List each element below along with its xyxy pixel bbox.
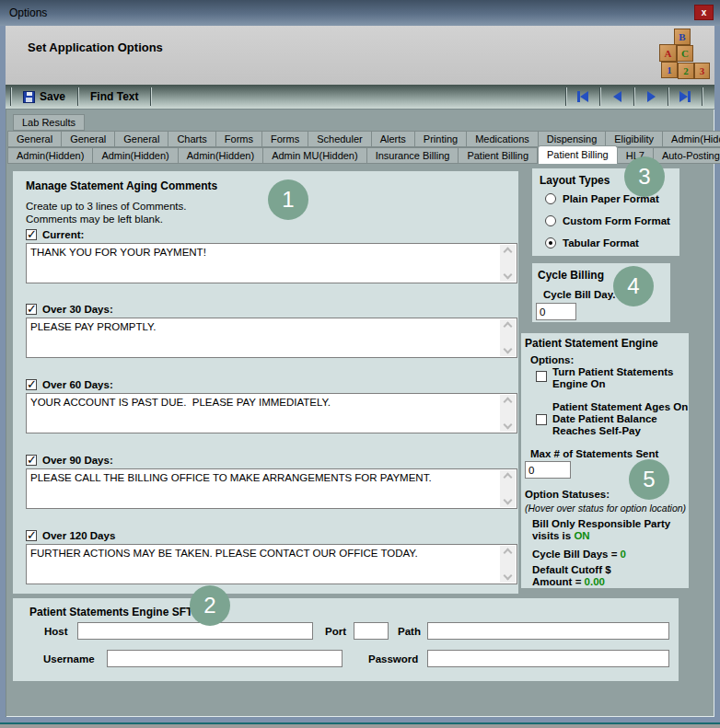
status-cycle-bill-days: Cycle Bill Days = 0 xyxy=(532,549,687,560)
host-input[interactable] xyxy=(77,622,313,640)
tab-admin-hidden-r2[interactable]: Admin(Hidden) xyxy=(663,131,720,147)
close-icon: x xyxy=(702,7,707,17)
tab-forms-1[interactable]: Forms xyxy=(216,131,262,147)
tab-admin-hidden-2[interactable]: Admin(Hidden) xyxy=(93,147,178,164)
username-input[interactable] xyxy=(107,650,343,667)
previous-record-icon xyxy=(613,91,621,102)
over90-comment-textarea[interactable]: PLEASE CALL THE BILLING OFFICE TO MAKE A… xyxy=(26,468,517,509)
status-cycle-bill-days-value: 0 xyxy=(621,549,626,560)
path-input[interactable] xyxy=(427,622,669,640)
engine-on-checkbox[interactable] xyxy=(536,371,547,382)
scroll-up-icon[interactable] xyxy=(504,248,513,257)
tab-general-2[interactable]: General xyxy=(62,131,115,147)
abc-blocks-icon: B A C 1 2 3 xyxy=(652,29,703,82)
path-label: Path xyxy=(398,626,421,637)
textarea-scrollbar[interactable] xyxy=(500,395,516,432)
over120-label: Over 120 Days xyxy=(42,530,115,541)
over60-checkbox[interactable] xyxy=(26,379,37,390)
statement-ages-checkbox-row[interactable] xyxy=(536,414,547,425)
over60-checkbox-row[interactable]: Over 60 Days: xyxy=(26,379,113,390)
current-checkbox-row[interactable]: Current: xyxy=(26,229,84,240)
cycle-billing-title: Cycle Billing xyxy=(538,269,604,282)
max-statements-input[interactable] xyxy=(525,461,571,479)
radio-custom-form-format[interactable]: Custom Form Format xyxy=(545,215,670,226)
textarea-scrollbar[interactable] xyxy=(500,319,516,356)
radio-icon[interactable] xyxy=(545,215,556,226)
cycle-bill-day-input[interactable] xyxy=(536,303,576,320)
tab-admin-hidden-3[interactable]: Admin(Hidden) xyxy=(179,147,263,164)
layout-types-title: Layout Types xyxy=(540,174,610,187)
first-record-button[interactable] xyxy=(571,91,595,102)
statement-ages-checkbox[interactable] xyxy=(536,414,547,425)
over120-checkbox[interactable] xyxy=(26,530,37,541)
over90-checkbox-row[interactable]: Over 90 Days: xyxy=(26,455,113,466)
engine-on-checkbox-row[interactable] xyxy=(536,371,547,382)
tab-general-3[interactable]: General xyxy=(115,131,168,147)
max-statements-label: Max # of Statements Sent xyxy=(530,448,658,459)
option-statuses-note: (Hover over status for option location) xyxy=(525,503,686,514)
tab-forms-2[interactable]: Forms xyxy=(262,131,308,147)
textarea-scrollbar[interactable] xyxy=(500,546,516,583)
port-input[interactable] xyxy=(354,622,389,640)
username-label: Username xyxy=(43,653,95,664)
status-bill-only-value: ON xyxy=(574,530,589,541)
tab-patient-billing-2-selected[interactable]: Patient Billing xyxy=(538,145,618,164)
over90-checkbox[interactable] xyxy=(26,455,37,466)
tab-alerts[interactable]: Alerts xyxy=(372,131,415,147)
annotation-badge-2: 2 xyxy=(190,585,230,626)
radio-icon[interactable] xyxy=(545,193,556,204)
annotation-badge-4: 4 xyxy=(613,266,654,306)
option-statuses-label: Option Statuses: xyxy=(525,489,610,500)
textarea-scrollbar[interactable] xyxy=(500,245,516,282)
over30-checkbox-row[interactable]: Over 30 Days: xyxy=(26,304,113,315)
last-record-icon xyxy=(679,91,688,102)
toolbar-separator xyxy=(10,87,11,106)
password-input[interactable] xyxy=(427,650,669,667)
cycle-bill-day-label: Cycle Bill Day. xyxy=(543,289,615,300)
save-button[interactable]: Save xyxy=(16,87,73,107)
tab-lab-results[interactable]: Lab Results xyxy=(13,114,85,131)
tab-medications[interactable]: Medications xyxy=(467,131,539,147)
next-record-button[interactable] xyxy=(639,91,663,102)
radio-selected-icon[interactable] xyxy=(545,237,556,248)
scroll-down-icon[interactable] xyxy=(504,271,513,280)
over60-comment-textarea[interactable]: YOUR ACCOUNT IS PAST DUE. PLEASE PAY IMM… xyxy=(26,393,517,433)
over30-checkbox[interactable] xyxy=(26,304,37,315)
current-checkbox[interactable] xyxy=(26,229,37,240)
title-bar[interactable]: Options xyxy=(0,0,720,26)
host-label: Host xyxy=(44,626,68,637)
tab-admin-hidden-1[interactable]: Admin(Hidden) xyxy=(7,147,93,164)
save-icon xyxy=(23,91,35,103)
annotation-badge-5: 5 xyxy=(629,459,669,500)
over120-checkbox-row[interactable]: Over 120 Days xyxy=(26,530,115,541)
over30-comment-textarea[interactable]: PLEASE PAY PROMPTLY. xyxy=(26,318,517,358)
next-record-icon xyxy=(647,91,656,102)
window-title: Options xyxy=(9,6,47,19)
tab-charts[interactable]: Charts xyxy=(168,131,215,147)
statement-ages-label: Patient Statement Ages On Date Patient B… xyxy=(552,401,691,437)
toolbar-separator xyxy=(150,87,151,106)
tab-admin-mu-hidden[interactable]: Admin MU(Hidden) xyxy=(263,147,367,164)
record-navigation xyxy=(561,87,707,107)
radio-tabular-format[interactable]: Tabular Format xyxy=(545,237,639,248)
tab-row-1: Lab Results xyxy=(13,114,85,131)
tab-scheduler[interactable]: Scheduler xyxy=(308,131,372,147)
sftp-panel: Patient Statements Engine SFTP xyxy=(13,598,679,681)
tab-patient-billing-1[interactable]: Patient Billing xyxy=(459,147,538,164)
tab-row-3: Admin(Hidden) Admin(Hidden) Admin(Hidden… xyxy=(7,147,720,164)
tab-printing[interactable]: Printing xyxy=(415,131,467,147)
last-record-button[interactable] xyxy=(673,91,697,102)
current-comment-textarea[interactable]: THANK YOU FOR YOUR PAYMENT! xyxy=(26,243,517,283)
page-title: Set Application Options xyxy=(28,40,163,54)
over120-comment-textarea[interactable]: FURTHER ACTIONS MAY BE TAKEN. PLEASE CON… xyxy=(26,544,517,584)
tab-insurance-billing[interactable]: Insurance Billing xyxy=(367,147,459,164)
tab-auto-posting[interactable]: Auto-Posting xyxy=(654,147,720,164)
previous-record-button[interactable] xyxy=(605,91,629,102)
toolbar-separator xyxy=(77,87,78,106)
status-bill-only: Bill Only Responsible Party visits is ON xyxy=(532,518,687,542)
tab-general-1[interactable]: General xyxy=(7,131,62,147)
find-text-button[interactable]: Find Text xyxy=(83,87,145,107)
textarea-scrollbar[interactable] xyxy=(500,470,516,507)
engine-title: Patient Statement Engine xyxy=(525,337,658,350)
close-button[interactable]: x xyxy=(694,5,714,20)
